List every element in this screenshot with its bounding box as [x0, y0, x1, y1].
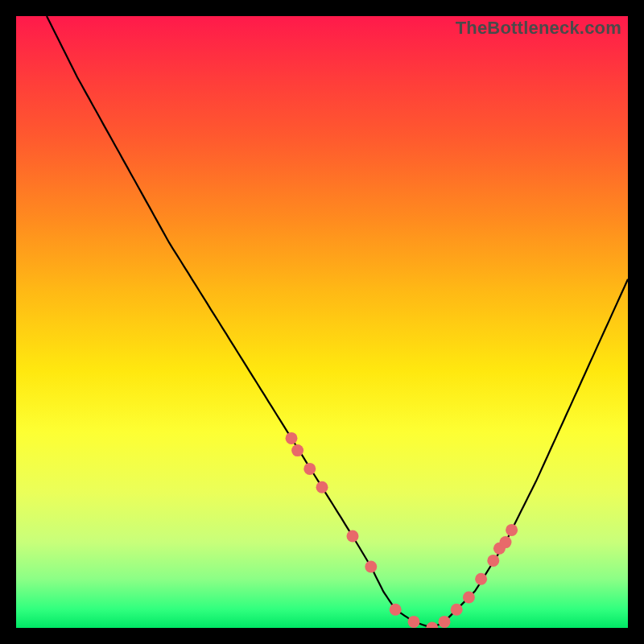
- chart-frame: TheBottleneck.com: [0, 0, 644, 644]
- data-point: [451, 604, 463, 616]
- bottleneck-curve: [47, 16, 628, 628]
- data-point: [487, 555, 499, 567]
- data-point: [316, 481, 328, 493]
- data-point: [286, 432, 298, 444]
- data-point: [408, 616, 420, 628]
- data-point: [500, 536, 512, 548]
- data-point: [463, 592, 475, 604]
- data-point: [475, 573, 487, 585]
- data-point: [439, 616, 451, 628]
- data-point: [426, 622, 438, 629]
- data-points-group: [286, 432, 518, 628]
- data-point: [291, 444, 303, 456]
- data-point: [390, 604, 402, 616]
- chart-overlay: [16, 16, 628, 628]
- data-point: [303, 463, 316, 475]
- data-point: [506, 524, 518, 536]
- data-point: [365, 561, 377, 573]
- data-point: [347, 530, 359, 543]
